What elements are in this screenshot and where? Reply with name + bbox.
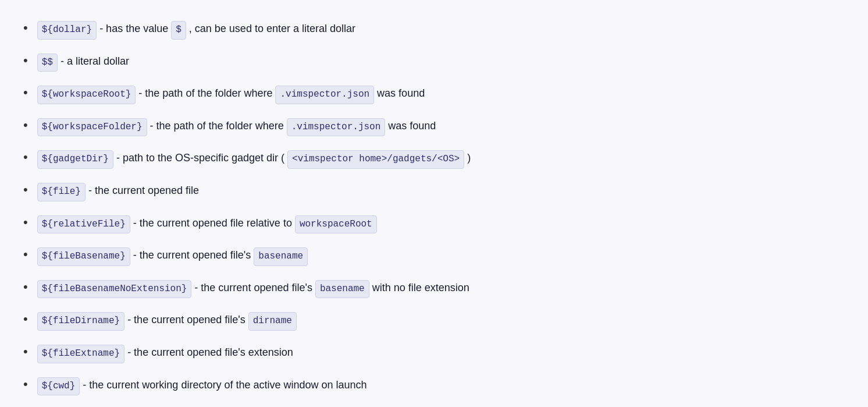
code-token: ${workspaceRoot} — [37, 86, 136, 104]
description-text: - the current opened file — [88, 182, 199, 199]
list-item: •${fileBasenameNoExtension}- the current… — [23, 277, 845, 299]
list-item: •${workspaceRoot}- the path of the folde… — [23, 82, 845, 104]
bullet-icon: • — [23, 244, 28, 264]
list-item: •${file}- the current opened file — [23, 179, 845, 201]
code-token: ${fileBasename} — [37, 247, 130, 266]
description-text: - the current opened file's — [127, 312, 246, 328]
description-text: - the current opened file's — [194, 279, 312, 296]
description-text: - the current opened file's extension — [127, 344, 293, 361]
code-token: ${file} — [37, 183, 86, 201]
code-token: ${workspaceFolder} — [37, 118, 147, 137]
description-text: - the current working directory of the a… — [83, 377, 367, 394]
bullet-icon: • — [23, 277, 28, 297]
list-item: •${cwd}- the current working directory o… — [23, 374, 845, 396]
list-item: •${fileDirname}- the current opened file… — [23, 309, 845, 331]
description-text: - the path of the folder where — [138, 85, 272, 102]
variable-list: •${dollar}- has the value$, can be used … — [23, 17, 845, 407]
description-text: was found — [377, 85, 425, 102]
code-token: ${gadgetDir} — [37, 150, 113, 169]
description-text: with no file extension — [372, 279, 469, 296]
code-token: ${fileBasenameNoExtension} — [37, 280, 192, 299]
bullet-icon: • — [23, 115, 28, 135]
list-item: •${gadgetDir}- path to the OS-specific g… — [23, 147, 845, 169]
bullet-icon: • — [23, 341, 28, 362]
bullet-icon: • — [23, 212, 28, 232]
code-token: ${fileDirname} — [37, 312, 124, 331]
description-text: - the current opened file relative to — [133, 215, 292, 232]
bullet-icon: • — [23, 82, 28, 102]
list-item: •${relativeFile}- the current opened fil… — [23, 212, 845, 234]
bullet-icon: • — [23, 374, 28, 394]
description-text: was found — [388, 118, 436, 135]
list-item: •${fileBasename}- the current opened fil… — [23, 244, 845, 266]
code-token: basename — [315, 280, 369, 299]
bullet-icon: • — [23, 309, 28, 329]
code-token: ${fileExtname} — [37, 345, 124, 363]
bullet-icon: • — [23, 147, 28, 167]
list-item: •$$- a literal dollar — [23, 50, 845, 72]
code-token: ${relativeFile} — [37, 215, 130, 234]
list-item: •${fileExtname}- the current opened file… — [23, 341, 845, 363]
code-token: $$ — [37, 54, 58, 72]
bullet-icon: • — [23, 179, 28, 200]
code-token: workspaceRoot — [295, 215, 377, 234]
code-token: $ — [171, 21, 186, 40]
description-text: - path to the OS-specific gadget dir ( — [116, 150, 284, 167]
description-text: - has the value — [99, 20, 168, 37]
bullet-icon: • — [23, 50, 28, 70]
code-token: ${dollar} — [37, 21, 97, 40]
code-token: dirname — [248, 312, 297, 331]
code-token: .vimspector.json — [287, 118, 386, 137]
bullet-icon: • — [23, 17, 28, 38]
list-item: •${workspaceFolder}- the path of the fol… — [23, 115, 845, 137]
description-text: - the path of the folder where — [150, 118, 284, 135]
code-token: .vimspector.json — [275, 86, 374, 104]
code-token: basename — [254, 247, 308, 266]
description-text: - the current opened file's — [133, 247, 251, 264]
description-text: , can be used to enter a literal dollar — [189, 20, 355, 37]
code-token: ${cwd} — [37, 377, 80, 396]
list-item: •${dollar}- has the value$, can be used … — [23, 17, 845, 40]
code-token: <vimspector home>/gadgets/<OS> — [287, 150, 464, 169]
description-text: ) — [467, 150, 471, 167]
description-text: - a literal dollar — [61, 53, 129, 70]
